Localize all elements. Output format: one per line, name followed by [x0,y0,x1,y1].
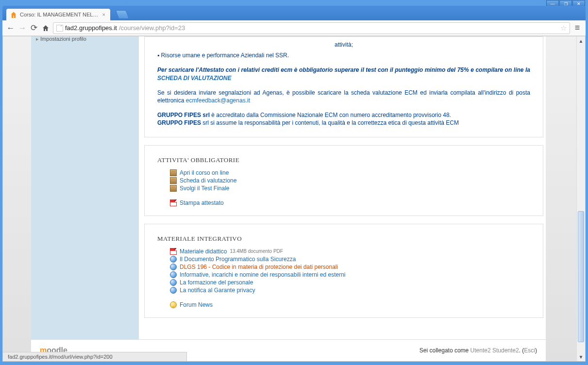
viewport: Impostazioni profilo attività; Risorse u… [2,36,586,362]
agenas-paragraph: Se si desidera inviare segnalazioni ad A… [157,89,530,104]
titlebar [0,0,588,6]
favicon-icon [10,11,17,18]
intro-top-line: attività; [157,41,530,49]
url-domain: fad2.gruppofipes.it [65,24,117,32]
bookmark-star-icon[interactable]: ☆ [560,24,567,33]
sidebar-item-profile[interactable]: Impostazioni profilo [36,36,86,42]
scheda-valutazione-link[interactable]: SCHEDA DI VALUTAZIONE [157,75,231,82]
sidebar-item-label: Impostazioni profilo [40,36,86,42]
page-content: Impostazioni profilo attività; Risorse u… [31,36,546,361]
activity-item: Stampa attestato [170,199,543,207]
activity-link[interactable]: Stampa attestato [180,199,224,206]
activity-link[interactable]: Materiale didattico [180,248,227,255]
new-tab-button[interactable] [116,10,130,19]
activity-item: Il Documento Programmatico sulla Sicurez… [170,255,543,263]
toolbar: ← → ⟳ fad2.gruppofipes.it/course/view.ph… [2,20,586,36]
web-icon [170,264,177,270]
activity-item: Informative, incarichi e nomine dei resp… [170,271,543,279]
back-button[interactable]: ← [6,24,15,33]
activity-item: Materiale didattico13.4MB documento PDF [170,248,543,255]
logout-link[interactable]: Esci [524,347,535,354]
activity-list-1: Apri il corso on lineScheda di valutazio… [145,169,543,216]
home-button[interactable] [41,24,50,33]
activity-link[interactable]: Scheda di valutazione [180,177,236,184]
section-materiale: MATERIALE INTEGRATIVO Materiale didattic… [144,224,543,318]
gruppo-paragraph: GRUPPO FIPES srl è accreditato dalla Com… [157,111,530,127]
main-column: attività; Risorse umane e performance Az… [144,36,546,339]
attestato-paragraph: Per scaricare l'Attestato con i relativi… [157,66,530,82]
vertical-scrollbar[interactable]: ▲ ▼ [576,36,585,361]
forward-button: → [18,24,27,33]
activity-item: La formazione del personale [170,279,543,286]
web-icon [170,279,177,286]
email-link[interactable]: ecmfeedback@agenas.it [186,97,250,104]
section-title: ATTIVITA' OBBLIGATORIE [145,146,543,169]
web-icon [170,287,177,294]
status-bar: fad2.gruppofipes.it/mod/url/view.php?id=… [2,352,187,362]
web-icon [170,271,177,278]
activity-link[interactable]: Il Documento Programmatico sulla Sicurez… [180,256,296,263]
activity-item: Apri il corso on line [170,169,543,177]
intro-box: attività; Risorse umane e performance Az… [144,36,543,137]
activity-item: Svolgi il Test Finale [170,184,543,192]
tab-strip: Corso: IL MANAGEMENT NEL… × [2,6,586,20]
box-icon [170,185,177,192]
activity-item: La notifica al Garante privacy [170,286,543,294]
activity-link[interactable]: La notifica al Garante privacy [180,287,255,294]
box-icon [170,169,177,176]
reload-button[interactable]: ⟳ [30,24,38,33]
pdf-icon [170,248,177,255]
menu-button[interactable]: ≡ [573,24,582,33]
activity-link[interactable]: DLGS 196 - Codice in materia di protezio… [180,264,338,270]
activity-item: Scheda di valutazione [170,177,543,184]
page-icon [56,25,63,32]
box-icon [170,177,177,184]
user-link[interactable]: Utente2 Studente2 [470,347,519,354]
section-title: MATERIALE INTEGRATIVO [145,224,543,248]
tab-close-icon[interactable]: × [102,12,105,17]
pdf-icon [170,199,177,206]
scroll-up-icon[interactable]: ▲ [577,36,585,45]
url-path: /course/view.php?id=23 [119,24,185,32]
scroll-down-icon[interactable]: ▼ [577,352,585,361]
tab-title: Corso: IL MANAGEMENT NEL… [20,12,98,17]
sidebar: Impostazioni profilo [31,36,139,361]
activity-item: Forum News [170,301,543,309]
section-attivita: ATTIVITA' OBBLIGATORIE Apri il corso on … [144,145,543,216]
address-bar[interactable]: fad2.gruppofipes.it/course/view.php?id=2… [53,22,570,34]
forum-icon [170,301,177,308]
login-info: Sei collegato come Utente2 Studente2. (E… [420,347,537,354]
scroll-thumb[interactable] [578,211,584,342]
activity-link[interactable]: Svolgi il Test Finale [180,185,230,192]
page-background: Impostazioni profilo attività; Risorse u… [3,36,576,361]
browser-window: Corso: IL MANAGEMENT NEL… × ← → ⟳ fad2.g… [0,0,588,365]
activity-link[interactable]: Informative, incarichi e nomine dei resp… [180,271,346,278]
activity-link[interactable]: La formazione del personale [180,279,253,286]
activity-item: DLGS 196 - Codice in materia di protezio… [170,263,543,271]
status-text: fad2.gruppofipes.it/mod/url/view.php?id=… [8,354,113,360]
activity-link[interactable]: Forum News [180,301,213,308]
activity-list-2: Materiale didattico13.4MB documento PDFI… [145,248,543,317]
activity-meta: 13.4MB documento PDF [230,249,283,254]
browser-tab[interactable]: Corso: IL MANAGEMENT NEL… × [6,9,110,20]
web-icon [170,256,177,263]
activity-link[interactable]: Apri il corso on line [180,169,229,176]
intro-bullet: Risorse umane e performance Aziendali ne… [157,51,530,59]
